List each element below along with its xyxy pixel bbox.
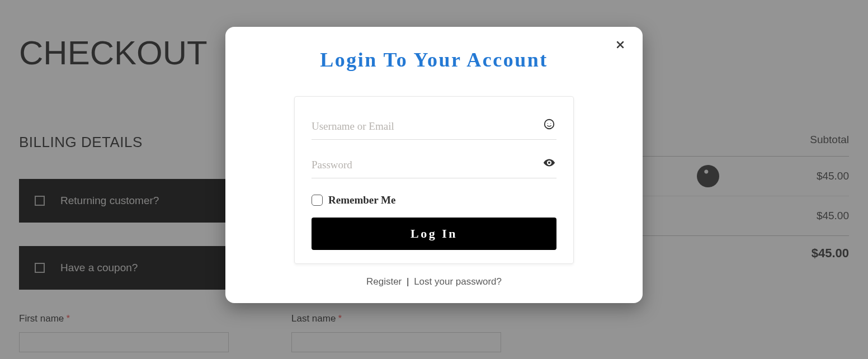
modal-footer: Register | Lost your password? bbox=[252, 276, 616, 287]
close-button[interactable] bbox=[611, 37, 629, 55]
register-link[interactable]: Register bbox=[366, 276, 402, 287]
modal-title: Login To Your Account bbox=[252, 48, 616, 72]
svg-point-0 bbox=[545, 120, 554, 129]
footer-divider: | bbox=[404, 276, 411, 287]
password-input[interactable] bbox=[312, 155, 556, 178]
modal-overlay: Login To Your Account bbox=[0, 0, 868, 359]
remember-me-label: Remember Me bbox=[328, 194, 395, 206]
login-button[interactable]: Log In bbox=[312, 218, 556, 250]
svg-point-2 bbox=[550, 123, 551, 124]
remember-me-checkbox[interactable] bbox=[312, 195, 323, 206]
login-card: Remember Me Log In bbox=[294, 96, 574, 264]
username-input[interactable] bbox=[312, 117, 556, 140]
svg-point-1 bbox=[548, 123, 548, 124]
user-icon bbox=[543, 118, 555, 130]
login-modal: Login To Your Account bbox=[225, 27, 643, 303]
eye-icon[interactable] bbox=[543, 157, 555, 169]
close-icon bbox=[615, 39, 626, 53]
svg-point-3 bbox=[548, 162, 550, 164]
lost-password-link[interactable]: Lost your password? bbox=[414, 276, 502, 287]
